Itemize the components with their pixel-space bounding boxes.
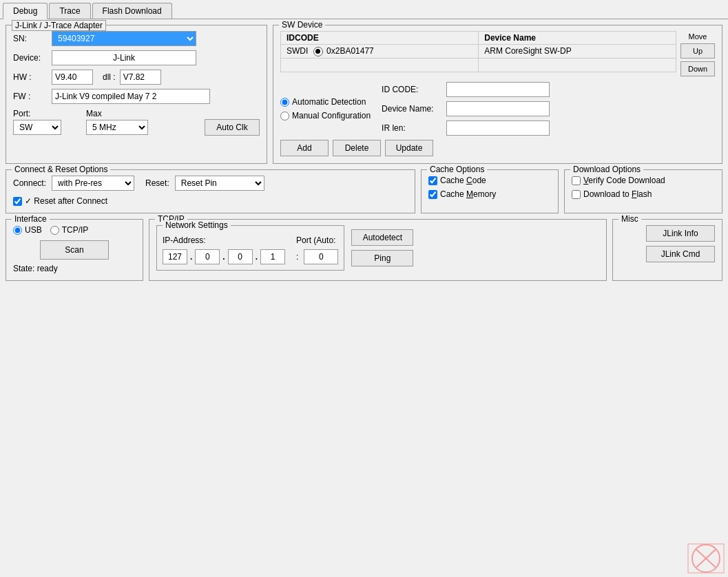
ip-part-3[interactable] [228,249,253,264]
down-button[interactable]: Down [680,61,715,76]
tcpip-label: TCP/IP [62,225,89,235]
network-settings-label: Network Settings [163,220,231,230]
up-button[interactable]: Up [680,43,715,59]
ir-len-label: IR len: [382,123,444,133]
port-max-row: Port: SW JTAG Max 5 MHz 10 MHz 20 MHz 1 … [13,108,260,136]
connect-label: Connect: [13,178,46,188]
cache-options-group: Cache Options Cache Code Cache Memory [421,169,559,213]
reset-after-row: ✓ Reset after Connect [13,196,408,206]
connect-reset-group: Connect & Reset Options Connect: with Pr… [6,169,415,213]
max-label: Max [86,109,148,118]
add-button[interactable]: Add [280,140,329,156]
ping-button[interactable]: Ping [351,250,413,266]
ip-part-4[interactable] [260,249,285,264]
fw-input[interactable] [52,89,210,104]
sn-label: SN: [13,34,48,43]
detection-radio-group: Automatic Detection Manual Configuration [280,97,371,120]
jlink-adapter-group: J-Link / J-Trace Adapter SN: 59403927 De… [6,25,267,164]
update-button[interactable]: Update [385,140,433,156]
colon: : [296,252,298,262]
connect-row: Connect: with Pre-res Normal Under Reset… [13,176,408,191]
table-row: SWDI 0x2BA01477 ARM CoreSight SW-DP [281,45,676,59]
usb-radio[interactable] [13,226,22,235]
reset-after-text: Reset after Connect [34,196,107,206]
tab-debug[interactable]: Debug [3,3,48,19]
reset-after-checkbox[interactable] [13,197,22,206]
watermark [687,543,725,574]
tcpip-radio[interactable] [50,226,59,235]
fw-row: FW : [13,89,260,104]
port-input[interactable] [304,249,338,264]
reset-after-label: ✓ Reset after Connect [25,196,107,206]
interface-group-label: Interface [12,214,50,224]
ip-row: . . . [163,249,285,264]
ir-len-row: IR len: [382,120,550,136]
manual-config-radio[interactable] [280,112,289,120]
tcpip-buttons: Autodetect Ping [351,229,413,266]
tab-bar: Debug Trace Flash Download [0,0,728,19]
download-flash-checkbox[interactable] [572,190,581,199]
top-row: J-Link / J-Trace Adapter SN: 59403927 De… [6,25,722,164]
cache-code-label: Cache Code [440,176,486,185]
ip-dot-2: . [222,252,225,262]
tab-trace[interactable]: Trace [49,3,90,19]
port-section: Port (Auto: : [296,235,338,264]
network-settings-group: Network Settings IP-Address: . . . [156,225,344,271]
connect-select[interactable]: with Pre-res Normal Under Reset [52,176,134,191]
device-input[interactable] [52,50,196,65]
id-code-label: ID CODE: [382,85,444,94]
main-content: J-Link / J-Trace Adapter SN: 59403927 De… [0,19,728,286]
id-fields: ID CODE: Device Name: IR len: [382,82,550,136]
jlink-cmd-button[interactable]: JLink Cmd [646,246,715,262]
verify-checkbox[interactable] [572,176,581,185]
device-name-row: Device Name: [382,101,550,116]
cache-memory-checkbox[interactable] [428,190,437,199]
swdi-device-name: ARM CoreSight SW-DP [479,45,676,59]
cache-options-label: Cache Options [427,165,487,174]
sn-select[interactable]: 59403927 [52,31,196,46]
id-code-input[interactable] [446,82,550,97]
usb-radio-wrap: USB [13,225,42,235]
swdi-idcode: 0x2BA01477 [326,46,374,56]
max-select[interactable]: 5 MHz 10 MHz 20 MHz 1 MHz [86,120,148,135]
swdi-radio[interactable] [313,47,323,56]
swdi-label: SWDI [287,46,308,56]
port-row: : [296,249,338,264]
reset-label: Reset: [145,178,169,188]
ip-part-2[interactable] [195,249,220,264]
reset-select[interactable]: Reset Pin Software Hardware [175,176,264,191]
hw-input[interactable] [52,70,93,85]
col-idcode: IDCODE [281,32,479,45]
ip-part-1[interactable] [163,249,187,264]
jlink-info-button[interactable]: JLink Info [646,225,715,242]
download-options-group: Download Options Verify Code Download Do… [564,169,722,213]
table-row-empty [281,58,676,72]
swdi-cell: SWDI 0x2BA01477 [281,45,479,59]
usb-label: USB [25,225,42,235]
port-select[interactable]: SW JTAG [13,120,61,135]
auto-detection-radio[interactable] [280,98,289,107]
dll-input[interactable] [120,70,161,85]
port-label: Port: [13,109,61,118]
autodetect-button[interactable]: Autodetect [351,229,413,246]
cache-code-checkbox[interactable] [428,176,437,185]
misc-group-label: Misc [618,214,641,224]
auto-clk-button[interactable]: Auto Clk [205,119,260,136]
download-flash-label: Download to Flash [583,189,652,199]
scan-button[interactable]: Scan [40,240,109,260]
connect-reset-label: Connect & Reset Options [12,165,110,174]
sw-buttons: Add Delete Update [280,140,715,156]
middle-row: Connect & Reset Options Connect: with Pr… [6,169,722,213]
verify-row: Verify Code Download [572,176,715,185]
ip-section: IP-Address: . . . [163,235,285,264]
interface-group: Interface USB TCP/IP Scan State: ready [6,219,143,281]
tab-flash-download[interactable]: Flash Download [92,3,172,19]
delete-button[interactable]: Delete [333,140,381,156]
interface-radio-row: USB TCP/IP [13,225,136,235]
device-name-input[interactable] [446,101,550,116]
hw-row: HW : dll : [13,70,260,85]
cache-memory-label: Cache Memory [440,189,496,199]
hw-label: HW : [13,72,48,82]
ir-len-input[interactable] [446,120,550,136]
manual-config-row: Manual Configuration [280,111,371,120]
